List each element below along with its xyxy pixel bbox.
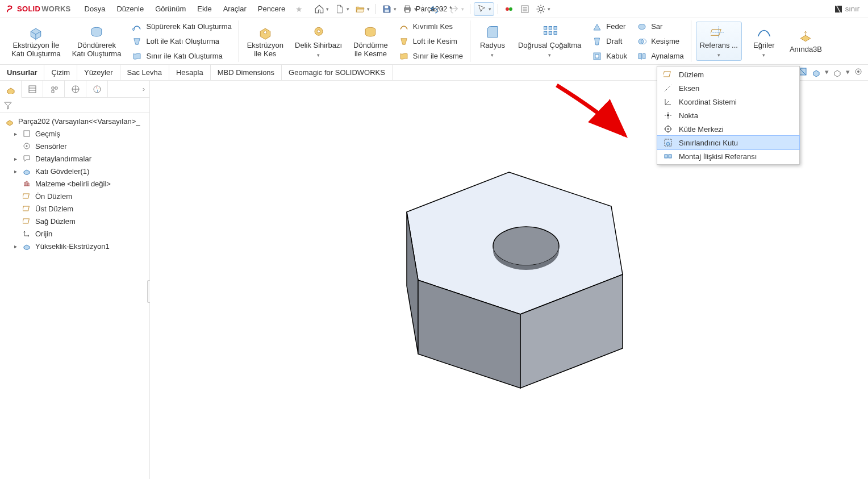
point-icon xyxy=(663,111,673,120)
annotation-icon xyxy=(23,155,31,163)
menu-view[interactable]: Görünüm xyxy=(151,2,190,15)
list-icon xyxy=(520,4,530,14)
tab-surfaces[interactable]: Yüzeyler xyxy=(77,65,120,80)
boundary-cut-button[interactable]: Sınır ile Kesme xyxy=(396,49,465,63)
wrap-cut-button[interactable]: Kıvrımlı Kes xyxy=(396,20,465,34)
dd-point[interactable]: Nokta xyxy=(657,109,799,122)
tree-root[interactable]: Parça202 (Varsayılan<<Varsayılan>_ xyxy=(1,115,148,127)
lp-expand-button[interactable]: › xyxy=(138,85,149,93)
solidbody-icon xyxy=(23,167,31,175)
svg-rect-16 xyxy=(544,26,546,29)
svg-rect-24 xyxy=(639,24,645,29)
tree-item-annotations[interactable]: ▸Detaylandırmalar xyxy=(1,152,148,165)
tab-mbd[interactable]: MBD Dimensions xyxy=(211,65,282,80)
loft-cut-button[interactable]: Loft ile Kesim xyxy=(396,35,465,48)
dd-mate-reference[interactable]: Montaj İlişkisi Referansı xyxy=(657,149,799,163)
tab-evaluate[interactable]: Hesapla xyxy=(169,65,211,80)
filter-icon[interactable] xyxy=(3,101,12,110)
dd-center-of-mass[interactable]: Kütle Merkezi xyxy=(657,122,799,136)
rib-icon xyxy=(592,22,602,32)
qa-new-button[interactable] xyxy=(332,3,352,15)
tree-label: Geçmiş xyxy=(35,130,60,138)
menu-tools[interactable]: Araçlar xyxy=(219,2,251,15)
command-search[interactable]: sınır xyxy=(830,3,863,15)
fillet-button[interactable]: Radyus xyxy=(475,22,510,60)
tree-item-material[interactable]: Malzeme <belirli değil> xyxy=(1,177,148,190)
view-orientation-icon[interactable] xyxy=(811,66,821,77)
tab-geomagic[interactable]: Geomagic for SOLIDWORKS xyxy=(282,65,393,80)
svg-point-14 xyxy=(317,30,320,32)
menu-window[interactable]: Pencere xyxy=(253,2,290,15)
tree-label: Üst Düzlem xyxy=(35,205,73,213)
display-style-icon[interactable] xyxy=(832,66,842,77)
tree-item-sensors[interactable]: Sensörler xyxy=(1,140,148,152)
menu-file[interactable]: Dosya xyxy=(80,2,110,15)
extrude-cut-button[interactable]: Ekstrüzyon ile Kes xyxy=(244,22,287,61)
instant3d-button[interactable]: Anında3B xyxy=(786,26,825,56)
history-icon xyxy=(23,130,31,138)
qa-settings-button[interactable] xyxy=(533,3,553,15)
tab-sketch[interactable]: Çizim xyxy=(44,65,77,80)
linear-pattern-button[interactable]: Doğrusal Çoğaltma xyxy=(515,22,585,60)
mirror-button[interactable]: Aynalama xyxy=(634,49,686,63)
qa-open-button[interactable] xyxy=(353,3,372,15)
tree-item-extrude-feature[interactable]: ▸Yükseklik-Ekstrüzyon1 xyxy=(1,240,148,252)
tab-features[interactable]: Unsurlar xyxy=(0,65,44,80)
extrude-cut-label: Ekstrüzyon ile Kes xyxy=(247,41,283,59)
qa-options-list-button[interactable] xyxy=(518,3,532,15)
draft-icon xyxy=(592,36,602,47)
boundary-icon xyxy=(132,51,142,61)
qa-select-button[interactable] xyxy=(474,2,494,16)
svg-rect-42 xyxy=(23,219,29,223)
hide-show-icon[interactable] xyxy=(853,66,863,77)
hole-wizard-button[interactable]: Delik Sihirbazı xyxy=(291,22,345,60)
tree-item-top-plane[interactable]: Üst Düzlem xyxy=(1,202,148,215)
feature-tree: Parça202 (Varsayılan<<Varsayılan>_ ▸Geçm… xyxy=(0,113,149,255)
rib-button[interactable]: Feder xyxy=(589,20,629,34)
tree-item-history[interactable]: ▸Geçmiş xyxy=(1,127,148,140)
dd-plane[interactable]: Düzlem xyxy=(657,68,799,81)
qa-rebuild-button[interactable] xyxy=(502,3,516,15)
doc-title-text: Parça202 * xyxy=(416,5,452,13)
revolve-boss-button[interactable]: Döndürerek Katı Oluşturma xyxy=(69,22,125,61)
qa-home-button[interactable] xyxy=(312,3,331,15)
dd-coord-system[interactable]: Koordinat Sistemi xyxy=(657,95,799,109)
ribbon-group-features: Ekstrüzyon İle Katı Oluşturma Döndürerek… xyxy=(3,18,239,64)
qa-save-button[interactable] xyxy=(379,3,399,15)
curves-button[interactable]: Eğriler xyxy=(746,22,782,60)
reference-geometry-button[interactable]: Referans ... xyxy=(696,22,742,61)
boundary-boss-button[interactable]: Sınır ile Katı Oluşturma xyxy=(129,49,233,63)
lp-tab-config[interactable] xyxy=(43,81,65,98)
menu-edit[interactable]: Düzenle xyxy=(112,2,148,15)
origin-icon xyxy=(23,230,31,238)
tree-item-solidbodies[interactable]: ▸Katı Gövdeler(1) xyxy=(1,165,148,177)
revolve-cut-button[interactable]: Döndürme ile Kesme xyxy=(350,22,391,61)
lp-tab-property[interactable] xyxy=(22,81,43,98)
hole-wizard-icon xyxy=(311,24,327,40)
draft-button[interactable]: Draft xyxy=(589,35,629,48)
lp-tab-feature-tree[interactable] xyxy=(0,81,22,98)
wrap-button[interactable]: Sar xyxy=(634,20,686,34)
dd-bounding-box[interactable]: Sınırlandırıcı Kutu xyxy=(657,136,799,149)
brand-text-1: SOLID xyxy=(17,5,40,13)
tree-item-origin[interactable]: Orijin xyxy=(1,227,148,240)
reference-geometry-dropdown: Düzlem Eksen Koordinat Sistemi Nokta Küt… xyxy=(657,66,800,165)
intersect-button[interactable]: Kesişme xyxy=(634,35,686,48)
star-icon[interactable]: ★ xyxy=(292,5,306,14)
extrude-icon xyxy=(28,24,44,40)
extrude-boss-button[interactable]: Ekstrüzyon İle Katı Oluşturma xyxy=(8,22,64,61)
appearance-icon xyxy=(93,85,102,94)
menu-insert[interactable]: Ekle xyxy=(193,2,216,15)
tree-root-label: Parça202 (Varsayılan<<Varsayılan>_ xyxy=(18,117,140,126)
dd-axis[interactable]: Eksen xyxy=(657,81,799,95)
tree-item-right-plane[interactable]: Sağ Düzlem xyxy=(1,215,148,227)
lp-tab-dim[interactable] xyxy=(65,81,86,98)
part-icon xyxy=(5,116,14,126)
shell-button[interactable]: Kabuk xyxy=(589,49,629,63)
boundary-boss-label: Sınır ile Katı Oluşturma xyxy=(146,52,222,61)
loft-boss-button[interactable]: Loft ile Katı Oluşturma xyxy=(129,35,233,48)
sweep-boss-button[interactable]: Süpürerek Katı Oluşturma xyxy=(129,20,233,34)
tree-item-front-plane[interactable]: Ön Düzlem xyxy=(1,190,148,202)
tab-sheetmetal[interactable]: Sac Levha xyxy=(120,65,169,80)
lp-tab-appearance[interactable] xyxy=(86,81,108,98)
